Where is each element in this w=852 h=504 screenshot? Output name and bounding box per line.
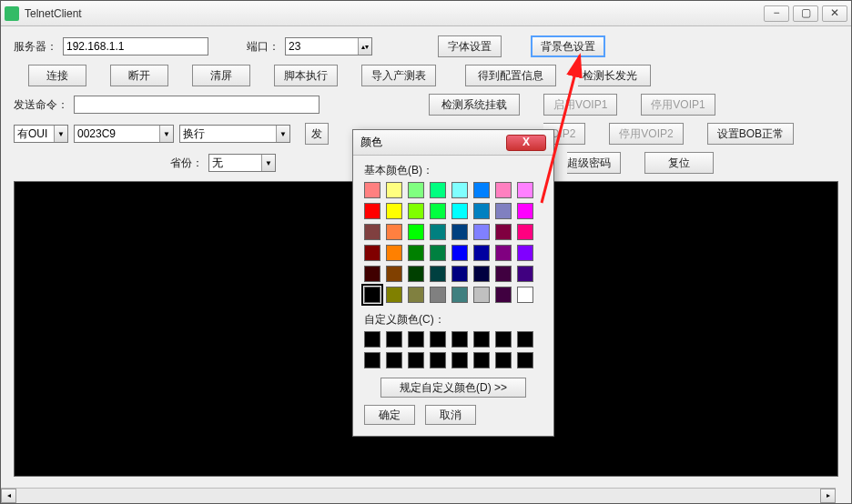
custom-color-swatch[interactable] xyxy=(430,352,446,368)
color-swatch[interactable] xyxy=(517,182,533,198)
close-button[interactable]: ✕ xyxy=(822,5,847,22)
horizontal-scrollbar[interactable]: ◂ ▸ xyxy=(1,488,836,503)
color-swatch[interactable] xyxy=(517,245,533,261)
color-swatch[interactable] xyxy=(451,203,468,219)
import-list-button[interactable]: 导入产测表 xyxy=(361,65,436,86)
scroll-track[interactable] xyxy=(16,489,820,503)
color-swatch[interactable] xyxy=(451,224,468,240)
color-swatch[interactable] xyxy=(430,182,446,198)
color-swatch[interactable] xyxy=(517,224,533,240)
color-cancel-button[interactable]: 取消 xyxy=(425,405,476,425)
chevron-down-icon[interactable]: ▼ xyxy=(276,126,289,142)
color-swatch[interactable] xyxy=(364,182,380,198)
custom-color-swatch[interactable] xyxy=(495,331,512,348)
color-swatch[interactable] xyxy=(517,266,533,282)
color-dialog-close-button[interactable]: X xyxy=(506,135,546,151)
color-swatch[interactable] xyxy=(517,287,533,303)
disable-voip2-button[interactable]: 停用VOIP2 xyxy=(609,123,683,145)
color-swatch[interactable] xyxy=(364,266,380,282)
color-swatch[interactable] xyxy=(430,203,446,219)
color-swatch[interactable] xyxy=(495,203,512,219)
chevron-down-icon[interactable]: ▼ xyxy=(159,126,173,142)
custom-color-swatch[interactable] xyxy=(517,352,533,368)
color-swatch[interactable] xyxy=(386,203,402,219)
custom-color-swatch[interactable] xyxy=(408,352,424,368)
linebreak-select[interactable] xyxy=(179,125,290,143)
chevron-down-icon[interactable]: ▼ xyxy=(54,126,67,142)
color-swatch[interactable] xyxy=(495,224,512,240)
send-cmd-input[interactable] xyxy=(74,96,320,114)
color-swatch[interactable] xyxy=(495,245,512,261)
custom-color-swatch[interactable] xyxy=(364,352,380,368)
super-password-button-partial[interactable]: 超级密码 xyxy=(567,152,621,174)
color-swatch[interactable] xyxy=(386,287,402,303)
color-swatch[interactable] xyxy=(473,182,490,198)
reset-button[interactable]: 复位 xyxy=(644,152,714,174)
color-swatch[interactable] xyxy=(386,182,402,198)
color-swatch[interactable] xyxy=(364,224,380,240)
color-swatch[interactable] xyxy=(451,266,468,282)
color-swatch[interactable] xyxy=(451,182,468,198)
color-swatch[interactable] xyxy=(364,245,380,261)
color-swatch[interactable] xyxy=(473,266,490,282)
color-swatch[interactable] xyxy=(517,203,533,219)
detect-sys-mount-button[interactable]: 检测系统挂载 xyxy=(429,94,520,116)
color-swatch[interactable] xyxy=(408,245,424,261)
custom-color-swatch[interactable] xyxy=(386,352,402,368)
color-swatch[interactable] xyxy=(386,266,402,282)
scroll-left-button[interactable]: ◂ xyxy=(1,489,16,503)
server-input[interactable] xyxy=(63,37,208,55)
color-swatch[interactable] xyxy=(495,266,512,282)
disconnect-button[interactable]: 断开 xyxy=(110,65,168,86)
color-swatch[interactable] xyxy=(364,287,380,303)
custom-color-swatch[interactable] xyxy=(473,352,490,368)
custom-color-swatch[interactable] xyxy=(386,331,402,348)
enable-voip1-button[interactable]: 启用VOIP1 xyxy=(543,94,617,116)
bgcolor-settings-button[interactable]: 背景色设置 xyxy=(531,35,605,57)
clear-button[interactable]: 清屏 xyxy=(192,65,250,86)
custom-color-swatch[interactable] xyxy=(430,331,446,348)
scroll-right-button[interactable]: ▸ xyxy=(820,489,836,503)
detect-long-light-button[interactable]: 检测长发光 xyxy=(578,65,651,86)
set-bob-button[interactable]: 设置BOB正常 xyxy=(707,123,794,145)
color-ok-button[interactable]: 确定 xyxy=(364,405,415,425)
color-swatch[interactable] xyxy=(364,203,380,219)
custom-color-swatch[interactable] xyxy=(451,331,468,348)
color-swatch[interactable] xyxy=(495,182,512,198)
font-settings-button[interactable]: 字体设置 xyxy=(438,35,502,57)
color-swatch[interactable] xyxy=(408,203,424,219)
color-swatch[interactable] xyxy=(473,224,490,240)
chevron-down-icon[interactable]: ▼ xyxy=(261,155,275,171)
custom-color-swatch[interactable] xyxy=(364,331,380,348)
script-exec-button[interactable]: 脚本执行 xyxy=(274,65,338,86)
color-swatch[interactable] xyxy=(408,224,424,240)
color-swatch[interactable] xyxy=(495,287,512,303)
color-swatch[interactable] xyxy=(386,224,402,240)
color-swatch[interactable] xyxy=(473,203,490,219)
color-swatch[interactable] xyxy=(473,245,490,261)
connect-button[interactable]: 连接 xyxy=(28,65,86,86)
color-swatch[interactable] xyxy=(473,287,490,303)
custom-color-swatch[interactable] xyxy=(408,331,424,348)
send-button-partial[interactable]: 发 xyxy=(305,123,329,145)
color-swatch[interactable] xyxy=(430,266,446,282)
custom-color-swatch[interactable] xyxy=(451,352,468,368)
minimize-button[interactable]: − xyxy=(764,5,789,22)
color-swatch[interactable] xyxy=(408,287,424,303)
color-swatch[interactable] xyxy=(408,266,424,282)
color-swatch[interactable] xyxy=(408,182,424,198)
maximize-button[interactable]: ▢ xyxy=(793,5,818,22)
color-swatch[interactable] xyxy=(430,245,446,261)
color-swatch[interactable] xyxy=(386,245,402,261)
define-custom-colors-button[interactable]: 规定自定义颜色(D) >> xyxy=(380,378,526,398)
custom-color-swatch[interactable] xyxy=(517,331,533,348)
port-spinner[interactable]: ▴▾ xyxy=(358,38,371,55)
color-swatch[interactable] xyxy=(430,224,446,240)
color-swatch[interactable] xyxy=(451,245,468,261)
color-dialog-titlebar[interactable]: 颜色 X xyxy=(353,130,553,156)
color-swatch[interactable] xyxy=(451,287,468,303)
disable-voip1-button[interactable]: 停用VOIP1 xyxy=(641,94,715,116)
color-swatch[interactable] xyxy=(430,287,446,303)
custom-color-swatch[interactable] xyxy=(473,331,490,348)
custom-color-swatch[interactable] xyxy=(495,352,512,368)
